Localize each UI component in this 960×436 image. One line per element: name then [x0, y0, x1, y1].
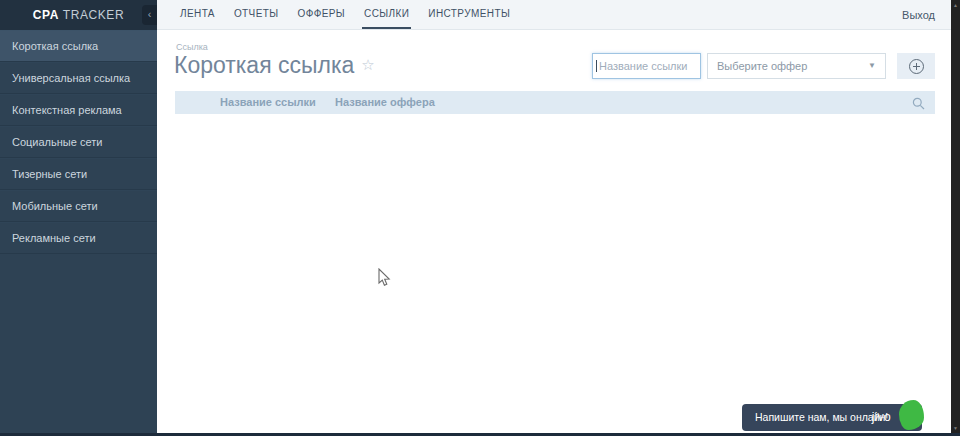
- app-logo-rest: TRACKER: [59, 8, 124, 22]
- table-header: Название ссылки Название оффера: [175, 91, 935, 114]
- tab-tools[interactable]: ИНСТРУМЕНТЫ: [426, 0, 512, 29]
- text-caret: [596, 60, 597, 72]
- logo-bar: CPA TRACKER ‹: [0, 0, 157, 30]
- column-link-name: Название ссылки: [220, 91, 316, 114]
- sidebar-item-ad-networks[interactable]: Рекламные сети: [0, 222, 157, 254]
- scroll-up-icon[interactable]: ▲: [951, 0, 960, 10]
- filter-controls: Выберите оффер ▼: [590, 53, 935, 79]
- tab-lenta[interactable]: ЛЕНТА: [178, 0, 217, 29]
- tab-reports[interactable]: ОТЧЕТЫ: [232, 0, 281, 29]
- link-name-input[interactable]: [592, 53, 701, 79]
- mouse-cursor: [378, 268, 391, 292]
- offer-select[interactable]: Выберите оффер ▼: [707, 53, 886, 79]
- main-content: Ссылка Короткая ссылка☆ Выберите оффер ▼…: [157, 30, 951, 433]
- page-title-text: Короткая ссылка: [174, 52, 354, 78]
- tab-offers[interactable]: ОФФЕРЫ: [296, 0, 348, 29]
- page-title: Короткая ссылка☆: [174, 52, 375, 79]
- nav-tabs: ЛЕНТА ОТЧЕТЫ ОФФЕРЫ ССЫЛКИ ИНСТРУМЕНТЫ: [178, 0, 527, 29]
- vertical-scrollbar[interactable]: ▲ ▼: [951, 0, 960, 433]
- jivo-logo: jivo: [872, 404, 891, 431]
- sidebar-collapse-icon[interactable]: ‹: [142, 5, 157, 25]
- scroll-down-icon[interactable]: ▼: [951, 423, 960, 433]
- plus-circle-icon: [909, 59, 924, 74]
- sidebar-item-short-link[interactable]: Короткая ссылка: [0, 30, 157, 62]
- search-icon[interactable]: [912, 96, 925, 109]
- sidebar-item-social-networks[interactable]: Социальные сети: [0, 126, 157, 158]
- app-logo-bold: CPA: [33, 8, 59, 22]
- top-navigation: ЛЕНТА ОТЧЕТЫ ОФФЕРЫ ССЫЛКИ ИНСТРУМЕНТЫ В…: [157, 0, 951, 30]
- sidebar-item-teaser-networks[interactable]: Тизерные сети: [0, 158, 157, 190]
- column-offer-name: Название оффера: [335, 91, 435, 114]
- breadcrumb: Ссылка: [176, 42, 208, 52]
- sidebar-item-context-ads[interactable]: Контекстная реклама: [0, 94, 157, 126]
- sidebar-item-universal-link[interactable]: Универсальная ссылка: [0, 62, 157, 94]
- favorite-star-icon[interactable]: ☆: [361, 56, 374, 73]
- chat-message: Напишите нам, мы онлайн!: [755, 404, 888, 431]
- logout-link[interactable]: Выход: [902, 9, 935, 21]
- sidebar-item-mobile-networks[interactable]: Мобильные сети: [0, 190, 157, 222]
- jivo-leaf-icon: [899, 400, 924, 430]
- chat-widget[interactable]: Напишите нам, мы онлайн! jivo: [742, 404, 922, 431]
- add-link-button[interactable]: [897, 53, 935, 79]
- app-logo: CPA TRACKER: [33, 8, 125, 22]
- offer-select-value: Выберите оффер: [717, 60, 807, 72]
- sidebar: CPA TRACKER ‹ Короткая ссылка Универсаль…: [0, 0, 157, 433]
- tab-links[interactable]: ССЫЛКИ: [362, 0, 411, 29]
- chevron-down-icon: ▼: [868, 54, 876, 78]
